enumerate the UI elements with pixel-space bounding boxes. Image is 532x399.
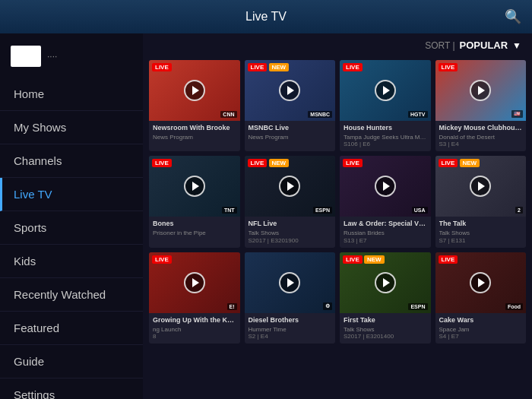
sidebar-item-channels[interactable]: Channels [0, 144, 143, 178]
badge-live: LIVE [439, 159, 458, 167]
play-button[interactable] [184, 272, 205, 293]
play-button[interactable] [375, 176, 396, 197]
card-episode: 8 [153, 333, 236, 340]
play-button[interactable] [279, 176, 300, 197]
channel-logo: USA [412, 207, 428, 214]
sidebar-item-home[interactable]: Home [0, 78, 143, 111]
badge-live: LIVE [343, 255, 363, 264]
badge-live: LIVE [152, 255, 172, 264]
card-episode: S7 | E131 [439, 237, 523, 244]
sort-value[interactable]: POPULAR [460, 40, 508, 51]
card-episode: S106 | E6 [344, 141, 427, 147]
card-5[interactable]: LIVENEWESPNNFL LiveTalk ShowsS2017 | E32… [245, 156, 336, 247]
card-title: MSNBC Live [249, 124, 332, 132]
sidebar-item-sports[interactable]: Sports [0, 211, 143, 245]
channel-logo: CNN [220, 111, 236, 118]
card-episode: S13 | E7 [344, 237, 427, 244]
card-title: Bones [153, 220, 236, 228]
badge-live: LIVE [152, 63, 172, 71]
badge-live: LIVE [248, 159, 268, 167]
channel-logo: TNT [222, 207, 237, 214]
card-episode: S3 | E4 [439, 141, 523, 147]
badge-live: LIVE [343, 159, 363, 167]
channel-logo: 🇺🇸 [511, 110, 523, 118]
card-3[interactable]: LIVE🇺🇸Mickey Mouse ClubhouseDonald of th… [435, 60, 527, 151]
grid-scroll[interactable]: LIVECNNNewsroom With BrookeNews ProgramL… [143, 57, 532, 399]
card-4[interactable]: LIVETNTBonesPrisoner in the Pipe [149, 156, 240, 247]
card-subtitle: Hummer Time [249, 326, 332, 334]
channel-logo: 2 [515, 207, 523, 214]
badge-live: LIVE [439, 255, 458, 264]
card-subtitle: News Program [249, 134, 332, 141]
header: Live TV 🔍 [0, 0, 532, 33]
play-button[interactable] [470, 176, 491, 197]
badge-new: NEW [364, 255, 385, 264]
badge-live: LIVE [152, 159, 172, 167]
card-title: Diesel Brothers [249, 316, 332, 325]
sort-chevron-icon[interactable]: ▼ [512, 40, 521, 51]
card-10[interactable]: LIVENEWESPNFirst TakeTalk ShowsS2017 | E… [340, 252, 431, 344]
card-subtitle: Talk Shows [249, 230, 332, 237]
card-8[interactable]: LIVEE!Growing Up With the Kardashiansng … [149, 252, 240, 344]
channel-logo: HGTV [408, 111, 427, 118]
card-1[interactable]: LIVENEWMSNBCMSNBC LiveNews Program [245, 60, 336, 151]
card-subtitle: Talk Shows [344, 326, 427, 334]
badge-live: LIVE [439, 63, 458, 71]
card-episode: S2 | E4 [249, 333, 332, 340]
card-0[interactable]: LIVECNNNewsroom With BrookeNews Program [149, 60, 240, 151]
sidebar-item-featured[interactable]: Featured [0, 312, 143, 345]
play-button[interactable] [184, 176, 205, 197]
card-title: Growing Up With the Kardashians [153, 316, 236, 325]
card-episode: S2017 | E3201900 [249, 237, 332, 244]
card-7[interactable]: LIVENEW2The TalkTalk ShowsS7 | E131 [435, 156, 527, 247]
card-subtitle: Tampa Judge Seeks Ultra Modern... [344, 134, 427, 141]
play-button[interactable] [184, 80, 205, 101]
sidebar-item-guide[interactable]: Guide [0, 345, 143, 378]
card-2[interactable]: LIVEHGTVHouse HuntersTampa Judge Seeks U… [340, 60, 431, 151]
channel-logo: E! [227, 303, 237, 310]
content-area: SORT | POPULAR ▼ LIVECNNNewsroom With Br… [143, 33, 532, 399]
sidebar-item-kids[interactable]: Kids [0, 245, 143, 278]
sidebar: ···· HomeMy ShowsChannelsLive TVSportsKi… [0, 33, 143, 399]
header-title: Live TV [245, 10, 287, 24]
card-9[interactable]: ⚙Diesel BrothersHummer TimeS2 | E4 [245, 252, 336, 344]
badge-live: LIVE [248, 63, 268, 71]
logo-box [11, 46, 41, 67]
card-subtitle: News Program [153, 134, 236, 141]
main-layout: ···· HomeMy ShowsChannelsLive TVSportsKi… [0, 33, 532, 399]
card-grid: LIVECNNNewsroom With BrookeNews ProgramL… [149, 60, 526, 344]
card-title: Newsroom With Brooke [153, 124, 236, 132]
card-6[interactable]: LIVEUSALaw & Order: Special Victims Unit… [340, 156, 431, 247]
card-title: NFL Live [249, 220, 332, 228]
card-title: Mickey Mouse Clubhouse [439, 124, 523, 132]
play-button[interactable] [375, 272, 396, 293]
play-button[interactable] [470, 80, 491, 101]
sidebar-item-recently-watched[interactable]: Recently Watched [0, 278, 143, 312]
badge-new: NEW [269, 63, 290, 71]
sidebar-logo: ···· [0, 40, 143, 78]
sort-bar: SORT | POPULAR ▼ [143, 33, 532, 57]
card-subtitle: Space Jam [439, 326, 523, 334]
play-button[interactable] [279, 272, 300, 293]
channel-logo: Food [505, 303, 523, 310]
card-subtitle: Talk Shows [439, 230, 523, 237]
card-title: House Hunters [344, 124, 427, 132]
sidebar-nav: HomeMy ShowsChannelsLive TVSportsKidsRec… [0, 78, 143, 399]
play-button[interactable] [279, 80, 300, 101]
card-title: First Take [344, 316, 427, 325]
play-button[interactable] [375, 80, 396, 101]
sidebar-item-live-tv[interactable]: Live TV [0, 178, 143, 211]
card-subtitle: Donald of the Desert [439, 134, 523, 141]
card-subtitle: ng Launch [153, 326, 236, 334]
card-episode: S4 | E7 [439, 333, 523, 340]
channel-logo: ESPN [408, 303, 427, 310]
search-icon[interactable]: 🔍 [505, 8, 521, 25]
badge-new: NEW [269, 159, 290, 167]
logo-text: ···· [47, 51, 57, 62]
card-11[interactable]: LIVEFoodCake WarsSpace JamS4 | E7 [435, 252, 527, 344]
sidebar-item-my-shows[interactable]: My Shows [0, 111, 143, 144]
play-button[interactable] [470, 272, 491, 293]
channel-logo: ⚙ [323, 302, 332, 310]
sidebar-item-settings[interactable]: Settings [0, 378, 143, 399]
card-subtitle: Russian Brides [344, 230, 427, 237]
